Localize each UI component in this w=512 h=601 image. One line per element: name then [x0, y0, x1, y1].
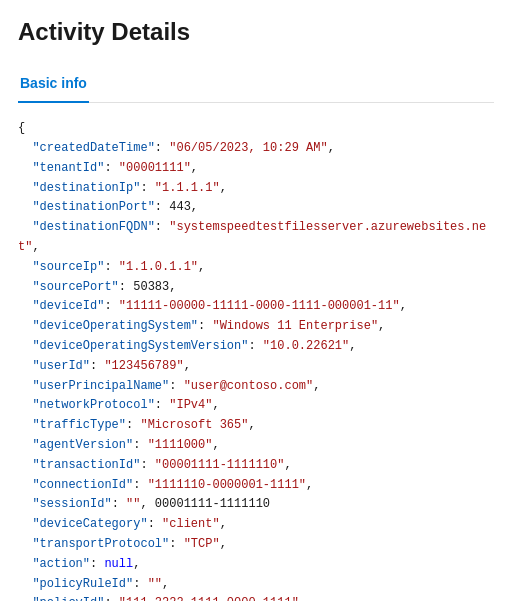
activity-details-panel: Activity Details Basic info { "createdDa… — [0, 0, 512, 601]
page-title: Activity Details — [18, 16, 494, 47]
tab-bar: Basic info — [18, 67, 494, 103]
tab-basic-info[interactable]: Basic info — [18, 67, 89, 103]
json-content: { "createdDateTime": "06/05/2023, 10:29 … — [18, 119, 494, 601]
